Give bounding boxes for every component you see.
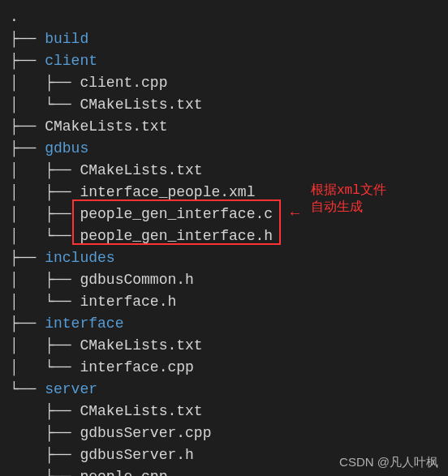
tree-branch-chars: ├── [10, 118, 45, 135]
tree-row: │ ├── client.cpp [10, 72, 448, 94]
tree-row: │ ├── CMakeLists.txt [10, 335, 448, 357]
file-name: CMakeLists.txt [45, 118, 167, 135]
tree-branch-chars: ├── [10, 447, 80, 463]
tree-branch-chars: ├── [10, 31, 45, 47]
tree-branch-chars: │ └── [10, 359, 80, 375]
directory-name: includes [45, 250, 114, 266]
file-name: interface_people.xml [80, 184, 255, 200]
tree-branch-chars: ├── [10, 250, 45, 266]
file-name: people.cpp [80, 469, 167, 476]
tree-branch-chars: ├── [10, 140, 45, 157]
file-name: CMakeLists.txt [80, 162, 202, 178]
tree-row: ├── build [10, 28, 448, 50]
tree-row: ├── interface [10, 313, 448, 335]
tree-row: ├── includes [10, 247, 448, 269]
tree-branch-chars: ├── [10, 315, 45, 332]
tree-row: ├── gdbus [10, 138, 448, 160]
watermark: CSDN @凡人叶枫 [339, 453, 438, 472]
tree-row: ├── client [10, 50, 448, 72]
file-name: gdbusServer.cpp [80, 425, 211, 441]
tree-branch-chars: └── [10, 381, 45, 397]
tree-branch-chars: │ ├── [10, 75, 80, 91]
tree-branch-chars: │ ├── [10, 162, 80, 178]
tree-row: │ ├── gdbusCommon.h [10, 269, 448, 291]
file-name: CMakeLists.txt [80, 403, 202, 419]
tree-branch-chars: ├── [10, 53, 45, 69]
tree-branch-chars: │ ├── [10, 272, 80, 288]
tree-branch-chars: │ ├── [10, 184, 80, 200]
file-name: people_gen_interface.h [80, 228, 273, 244]
tree-row: │ └── people_gen_interface.h [10, 225, 448, 247]
file-name: CMakeLists.txt [80, 96, 202, 113]
directory-name: interface [45, 315, 123, 332]
tree-row: │ └── CMakeLists.txt [10, 94, 448, 116]
tree-branch-chars: │ ├── [10, 206, 80, 222]
tree-row: │ ├── CMakeLists.txt [10, 160, 448, 182]
tree-branch-chars: │ └── [10, 96, 80, 113]
file-name: client.cpp [80, 75, 167, 91]
tree-row: ├── CMakeLists.txt [10, 401, 448, 422]
file-name: CMakeLists.txt [80, 337, 202, 354]
root-dot: . [10, 9, 19, 25]
file-name: interface.h [80, 294, 176, 310]
annotation-arrow: ← [291, 203, 299, 225]
file-name: people_gen_interface.c [80, 206, 273, 222]
tree-row: └── server [10, 379, 448, 401]
tree-row: │ └── interface.h [10, 291, 448, 313]
tree-branch-chars: ├── [10, 469, 80, 476]
tree-row: │ └── interface.cpp [10, 357, 448, 379]
tree-row: ├── gdbusServer.cpp [10, 422, 448, 444]
tree-branch-chars: ├── [10, 425, 80, 441]
tree-root: . [10, 6, 448, 28]
directory-name: client [45, 53, 97, 69]
directory-name: server [45, 381, 97, 397]
annotation-text: 根据xml文件 自动生成 [311, 182, 386, 217]
file-tree: ├── build├── client│ ├── client.cpp│ └──… [10, 28, 448, 476]
tree-branch-chars: ├── [10, 403, 80, 419]
file-name: interface.cpp [80, 359, 193, 375]
file-name: gdbusServer.h [80, 447, 193, 463]
tree-branch-chars: │ ├── [10, 337, 80, 354]
tree-branch-chars: │ └── [10, 294, 80, 310]
tree-branch-chars: │ └── [10, 228, 80, 244]
tree-row: ├── CMakeLists.txt [10, 116, 448, 138]
directory-name: gdbus [45, 140, 88, 157]
directory-name: build [45, 31, 88, 47]
file-name: gdbusCommon.h [80, 272, 193, 288]
